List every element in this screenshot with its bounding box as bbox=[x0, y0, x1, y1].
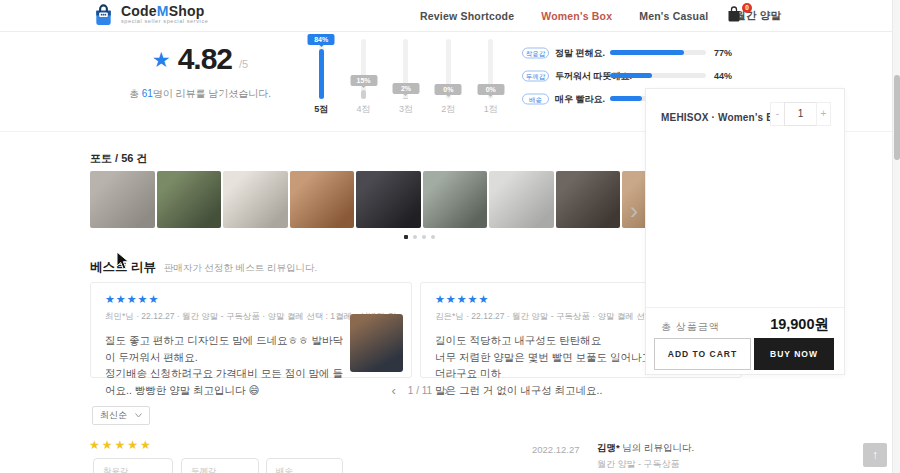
buy-now-button[interactable]: BUY NOW bbox=[754, 338, 834, 370]
attribute-bar-fill bbox=[610, 73, 652, 78]
rating-bar-value: 0% bbox=[435, 84, 462, 95]
page: CodeMShop special seller special service… bbox=[0, 0, 900, 473]
rating-bar-label: 3점 bbox=[385, 103, 427, 116]
attribute-bar-fill bbox=[610, 50, 684, 55]
attribute-badge: 착용감 bbox=[522, 47, 549, 58]
attribute-bar-fill bbox=[610, 96, 642, 101]
attribute-label: 정말 편해요. bbox=[555, 46, 605, 59]
rating-summary: ★ 4.82 /5 총 61명이 리뷰를 남기셨습니다. bbox=[100, 44, 300, 101]
nav-item-men-s-casual[interactable]: Men's Casual bbox=[639, 10, 708, 22]
photo-pagination-dots bbox=[404, 235, 435, 239]
nav-item-women-s-box[interactable]: Women's Box bbox=[541, 10, 612, 22]
rating-bar-value: 0% bbox=[477, 84, 504, 95]
attribute-row: 두께감두꺼워서 따뜻해요.44% bbox=[522, 64, 807, 87]
rating-bar-label: 2점 bbox=[427, 103, 469, 116]
photo-section-title: 포토 / 56 건 bbox=[90, 151, 147, 166]
panel-divider bbox=[646, 307, 844, 308]
rating-bar-column: 15%4점 bbox=[342, 33, 384, 118]
quantity-minus-button[interactable]: - bbox=[770, 102, 785, 126]
photo-dot[interactable] bbox=[404, 235, 408, 239]
sort-value: 최신순 bbox=[100, 409, 127, 422]
attribute-percent: 44% bbox=[714, 71, 732, 81]
attribute-row: 착용감정말 편해요.77% bbox=[522, 41, 807, 64]
review-product: 월간 양말 - 구독상품 bbox=[597, 458, 680, 471]
review-option-pill: 착용감 bbox=[93, 458, 173, 473]
cart-button[interactable]: 0 bbox=[727, 6, 749, 26]
review-option-pill: 배송 bbox=[266, 458, 343, 473]
average-score: 4.82 bbox=[178, 44, 232, 74]
best-review-subtitle: 판매자가 선정한 베스트 리뷰입니다. bbox=[164, 262, 317, 275]
rating-bar-label: 5점 bbox=[300, 103, 342, 116]
logo-text: CodeMShop special seller special service bbox=[121, 4, 208, 25]
rating-bar-fill bbox=[319, 49, 324, 99]
photo-thumbnail[interactable] bbox=[90, 171, 155, 228]
photo-dot[interactable] bbox=[431, 235, 435, 239]
photo-thumbnail[interactable] bbox=[423, 171, 488, 228]
review-pagination: ‹ 1 / 11 › bbox=[300, 384, 540, 397]
panel-product-title: MEHISOX · Women's Box bbox=[661, 112, 786, 123]
photo-dot[interactable] bbox=[413, 235, 417, 239]
add-to-cart-button[interactable]: ADD TO CART bbox=[654, 338, 751, 370]
logo-word-m: M bbox=[157, 3, 169, 19]
attribute-percent: 77% bbox=[714, 48, 732, 58]
rating-bar-label: 4점 bbox=[342, 103, 384, 116]
score-max: /5 bbox=[239, 58, 248, 70]
attribute-badge: 두께감 bbox=[522, 70, 549, 81]
photo-thumbnail[interactable] bbox=[223, 171, 288, 228]
total-price-value: 19,900원 bbox=[770, 315, 829, 334]
product-panel: MEHISOX · Women's Box - 1 + 총 상품금액 19,90… bbox=[645, 88, 845, 375]
chevron-down-icon bbox=[135, 413, 142, 418]
photo-next-arrow[interactable]: › bbox=[630, 199, 638, 223]
review-option-pill: 두께감 bbox=[181, 458, 259, 473]
scrollbar-track[interactable] bbox=[892, 0, 900, 473]
rating-bar-value: 84% bbox=[308, 34, 335, 45]
rating-bar-value: 15% bbox=[350, 75, 377, 86]
prev-page-arrow[interactable]: ‹ bbox=[392, 384, 396, 397]
review-author: 김맹* 님의 리뷰입니다. bbox=[597, 442, 694, 455]
photo-thumbnail[interactable] bbox=[290, 171, 355, 228]
logo-tagline: special seller special service bbox=[121, 19, 208, 25]
best-review-title: 베스트 리뷰 bbox=[90, 259, 156, 276]
logo[interactable]: CodeMShop special seller special service bbox=[92, 3, 208, 26]
site-header: CodeMShop special seller special service… bbox=[0, 0, 900, 32]
attribute-badge: 배송 bbox=[522, 93, 549, 104]
rating-bar-column: 84%5점 bbox=[300, 33, 342, 118]
photo-thumbnail[interactable] bbox=[157, 171, 222, 228]
quantity-value[interactable]: 1 bbox=[784, 102, 817, 126]
star-icon: ★ bbox=[152, 49, 171, 70]
quantity-stepper: - 1 + bbox=[770, 102, 831, 126]
logo-word-shop: Shop bbox=[169, 3, 205, 19]
review-count: 61 bbox=[142, 88, 153, 99]
rating-bar-column: 0%2점 bbox=[427, 33, 469, 118]
page-indicator: 1 / 11 bbox=[408, 385, 432, 396]
sort-dropdown[interactable]: 최신순 bbox=[92, 406, 150, 425]
photo-thumbnail[interactable] bbox=[356, 171, 421, 228]
attribute-label: 매우 빨라요. bbox=[555, 92, 605, 105]
rating-bar-column: 0%1점 bbox=[470, 33, 512, 118]
scrollbar-thumb[interactable] bbox=[894, 75, 900, 160]
review-card-stars: ★★★★★ bbox=[105, 294, 397, 305]
rating-bar-fill bbox=[361, 90, 366, 99]
attribute-bar-track bbox=[610, 73, 706, 78]
shopping-bag-logo-icon bbox=[92, 3, 115, 26]
rating-bar-column: 2%3점 bbox=[385, 33, 427, 118]
attribute-bar-track bbox=[610, 50, 706, 55]
review-card-photo bbox=[350, 314, 403, 372]
total-price-label: 총 상품금액 bbox=[661, 320, 720, 334]
logo-word-code: Code bbox=[121, 3, 157, 19]
cart-count-badge: 0 bbox=[742, 3, 752, 13]
review-count-caption: 총 61명이 리뷰를 남기셨습니다. bbox=[100, 87, 300, 101]
photo-thumbnail-strip bbox=[90, 171, 650, 228]
scroll-to-top-button[interactable]: ↑ bbox=[863, 443, 887, 467]
rating-bar-value: 2% bbox=[392, 83, 419, 94]
next-page-arrow[interactable]: › bbox=[444, 384, 448, 397]
quantity-plus-button[interactable]: + bbox=[816, 102, 831, 126]
review-stars: ★★★★★ bbox=[89, 438, 153, 452]
best-review-header: 베스트 리뷰 판매자가 선정한 베스트 리뷰입니다. bbox=[90, 259, 317, 276]
photo-dot[interactable] bbox=[422, 235, 426, 239]
photo-thumbnail[interactable] bbox=[489, 171, 554, 228]
nav-item-review-shortcode[interactable]: Review Shortcode bbox=[420, 10, 514, 22]
photo-thumbnail[interactable] bbox=[556, 171, 621, 228]
rating-bar-label: 1점 bbox=[470, 103, 512, 116]
review-date: 2022.12.27 bbox=[532, 444, 580, 455]
